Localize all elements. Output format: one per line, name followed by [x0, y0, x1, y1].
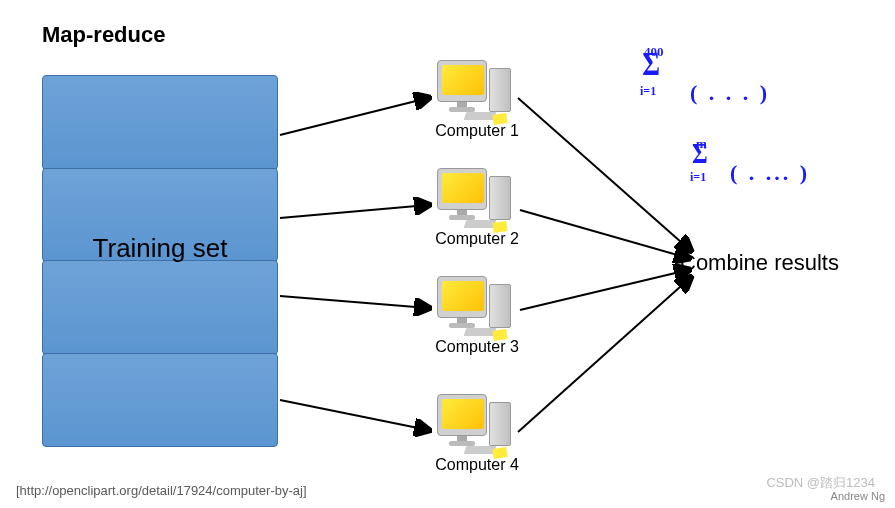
author-text: Andrew Ng — [831, 490, 885, 502]
computer-label: Computer 1 — [432, 122, 522, 140]
computer-icon — [437, 168, 517, 228]
combine-results-label: Combine results — [680, 250, 839, 276]
computer-icon — [437, 394, 517, 454]
annotation-sum-1: 400 Σ i=1 — [640, 54, 662, 79]
computer-node-1: Computer 1 — [432, 60, 522, 140]
annotation-body-2: ( . ... ) — [730, 160, 810, 186]
svg-line-0 — [280, 98, 428, 135]
svg-line-4 — [518, 98, 690, 250]
annotation-sum-2: m Σ i=1 — [690, 144, 710, 167]
citation-text: [http://openclipart.org/detail/17924/com… — [16, 483, 307, 498]
sum2-lower: i=1 — [690, 170, 706, 185]
computer-node-3: Computer 3 — [432, 276, 522, 356]
computer-node-4: Computer 4 — [432, 394, 522, 474]
computer-label: Computer 4 — [432, 456, 522, 474]
sigma-icon: Σ — [692, 144, 708, 162]
sigma-icon: Σ — [642, 54, 660, 74]
svg-line-6 — [520, 270, 688, 310]
computer-icon — [437, 60, 517, 120]
computer-icon — [437, 276, 517, 336]
computer-label: Computer 3 — [432, 338, 522, 356]
svg-line-7 — [518, 278, 690, 432]
annotation-body-1: ( . . . ) — [690, 80, 770, 106]
svg-line-5 — [520, 210, 688, 258]
svg-line-3 — [280, 400, 428, 430]
svg-line-1 — [280, 205, 428, 218]
sum1-lower: i=1 — [640, 84, 656, 99]
computer-node-2: Computer 2 — [432, 168, 522, 248]
svg-line-2 — [280, 296, 428, 308]
computer-label: Computer 2 — [432, 230, 522, 248]
